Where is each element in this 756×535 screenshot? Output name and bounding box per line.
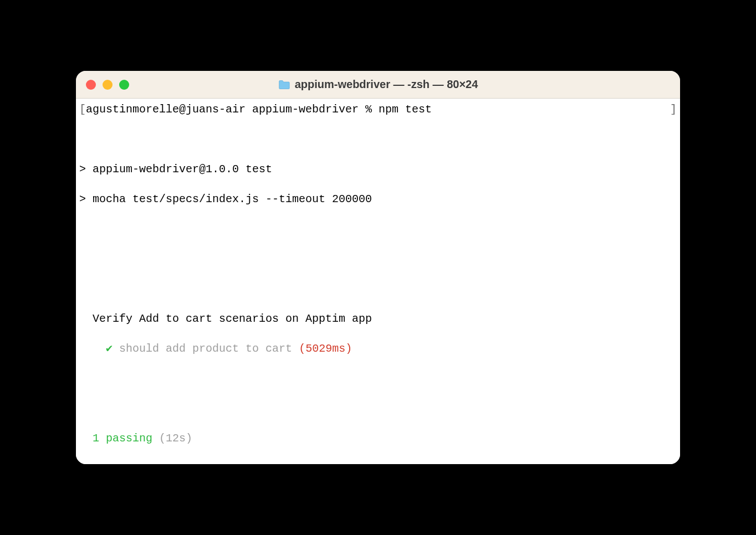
minimize-button[interactable] — [103, 80, 113, 90]
window-title: appium-webdriver — -zsh — 80×24 — [278, 78, 478, 91]
blank-line — [79, 251, 677, 266]
test-name: should add product to cart — [119, 342, 299, 355]
check-icon: ✔ — [79, 342, 119, 355]
npm-script-line-2: > mocha test/specs/index.js --timeout 20… — [79, 192, 677, 207]
traffic-lights — [86, 80, 129, 90]
passing-time: (12s) — [152, 432, 192, 445]
terminal-body[interactable]: [agustinmorelle@juans-air appium-webdriv… — [76, 99, 680, 464]
bracket-close: ] — [670, 102, 677, 117]
window-title-text: appium-webdriver — -zsh — 80×24 — [295, 78, 478, 91]
test-suite-name: Verify Add to cart scenarios on Apptim a… — [79, 311, 677, 326]
test-result-line: ✔ should add product to cart (5029ms) — [79, 341, 677, 356]
prompt-text: agustinmorelle@juans-air appium-webdrive… — [86, 103, 379, 116]
blank-line — [79, 461, 677, 464]
prompt-line-1: [agustinmorelle@juans-air appium-webdriv… — [79, 102, 677, 117]
folder-icon — [278, 80, 290, 90]
blank-line — [79, 401, 677, 416]
npm-script-line-1: > appium-webdriver@1.0.0 test — [79, 162, 677, 177]
passing-count: 1 passing — [79, 432, 152, 445]
terminal-window: appium-webdriver — -zsh — 80×24 [agustin… — [76, 71, 680, 464]
test-duration: (5029ms) — [299, 342, 352, 355]
blank-line — [79, 222, 677, 236]
blank-line — [79, 281, 677, 296]
close-button[interactable] — [86, 80, 96, 90]
zoom-button[interactable] — [119, 80, 129, 90]
command-text: npm test — [379, 103, 432, 116]
bracket-open: [ — [79, 103, 86, 116]
titlebar: appium-webdriver — -zsh — 80×24 — [76, 71, 680, 99]
passing-summary: 1 passing (12s) — [79, 431, 677, 446]
blank-line — [79, 132, 677, 147]
blank-line — [79, 371, 677, 386]
